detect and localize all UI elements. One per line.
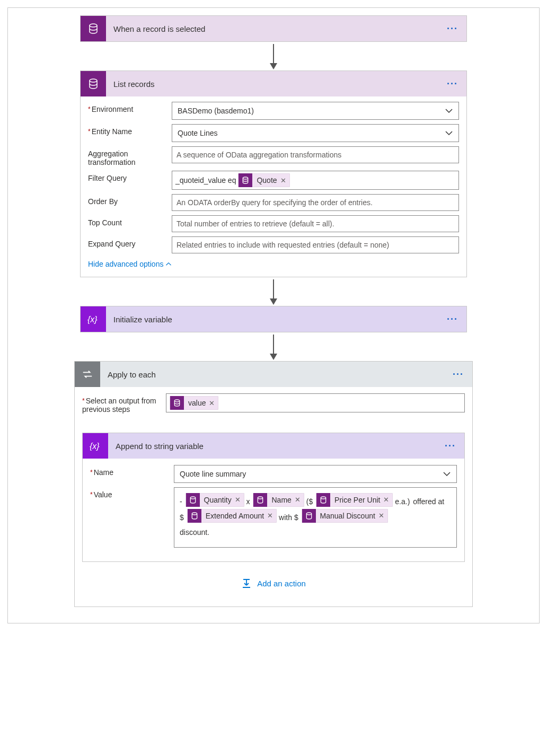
step-title: Append to string variable [108,442,436,451]
connector-arrow [80,277,467,306]
label-environment: Environment [88,102,172,113]
more-button[interactable]: ··· [436,443,464,449]
database-icon [81,16,106,41]
aggregation-input[interactable]: A sequence of OData aggregation transfor… [172,146,459,163]
label-value: Value [90,487,174,499]
remove-token-icon[interactable]: ✕ [295,493,301,507]
token-extended-amount[interactable]: Extended Amount✕ [187,509,277,523]
more-button[interactable]: ··· [444,371,472,377]
step-title: Initialize variable [106,315,438,324]
token-price-per-unit[interactable]: Price Per Unit✕ [316,493,393,507]
label-top-count: Top Count [88,215,172,227]
add-action-icon [241,578,252,588]
database-icon [186,493,200,507]
label-filter-query: Filter Query [88,171,172,182]
token-quote[interactable]: Quote ✕ [238,173,289,187]
svg-point-2 [243,177,248,179]
database-icon [81,71,106,96]
step-list-records[interactable]: List records ··· Environment BASDemo (ba… [80,71,467,277]
loop-icon [75,362,100,387]
step-apply-to-each[interactable]: Apply to each ··· Select an output from … [74,361,473,607]
svg-point-1 [90,79,97,82]
select-output-input[interactable]: value ✕ [166,393,465,412]
value-input[interactable]: - Quantity✕ x Name✕ ($ Price Per Unit✕ e… [174,487,457,548]
step-title: Apply to each [100,370,444,379]
svg-point-7 [258,497,263,499]
chevron-up-icon [165,261,172,267]
svg-point-4 [174,400,179,402]
connector-arrow [80,42,467,71]
step-title: When a record is selected [106,24,438,33]
top-count-input[interactable]: Total number of entries to retrieve (def… [172,215,459,232]
variable-icon: {x} [83,433,108,459]
remove-token-icon[interactable]: ✕ [280,177,286,184]
more-button[interactable]: ··· [438,316,466,322]
more-button[interactable]: ··· [438,81,466,87]
svg-text:{x}: {x} [87,315,98,324]
database-icon [170,396,184,410]
label-aggregation: Aggregation transformation [88,146,172,166]
label-order-by: Order By [88,194,172,206]
svg-text:{x}: {x} [90,442,100,451]
connector-arrow [80,332,467,361]
svg-point-9 [192,513,197,515]
label-select-output: Select an output from previous steps [82,393,166,414]
remove-token-icon[interactable]: ✕ [235,493,241,507]
token-name[interactable]: Name✕ [253,493,304,507]
database-icon [302,509,316,523]
svg-point-10 [306,513,311,515]
order-by-input[interactable]: An ODATA orderBy query for specifying th… [172,194,459,211]
chevron-down-icon [445,107,453,115]
chevron-down-icon [445,129,453,137]
token-quantity[interactable]: Quantity✕ [186,493,244,507]
svg-point-0 [90,24,97,27]
label-name: Name [90,465,174,477]
more-button[interactable]: ··· [438,25,466,32]
add-action-button[interactable]: Add an action [241,578,306,588]
entity-name-dropdown[interactable]: Quote Lines [172,124,459,142]
step-append-string-variable[interactable]: {x} Append to string variable ··· Name Q… [82,433,465,562]
remove-token-icon[interactable]: ✕ [209,399,215,407]
svg-point-6 [190,497,195,499]
variable-icon: {x} [81,306,106,332]
hide-advanced-link[interactable]: Hide advanced options [88,258,172,269]
label-expand-query: Expand Query [88,236,172,248]
database-icon [239,173,252,187]
step-when-record-selected[interactable]: When a record is selected ··· [80,15,467,42]
filter-query-input[interactable]: _quoteid_value eq Quote ✕ [172,171,459,190]
token-value[interactable]: value ✕ [170,396,218,410]
step-title: List records [106,80,438,89]
remove-token-icon[interactable]: ✕ [383,493,389,507]
label-entity-name: Entity Name [88,124,172,136]
database-icon [316,493,330,507]
expand-query-input[interactable]: Related entries to include with requeste… [172,236,459,253]
variable-name-dropdown[interactable]: Quote line summary [174,465,457,483]
environment-dropdown[interactable]: BASDemo (basdemo1) [172,102,459,120]
token-manual-discount[interactable]: Manual Discount✕ [302,509,388,523]
remove-token-icon[interactable]: ✕ [267,509,273,523]
remove-token-icon[interactable]: ✕ [378,509,384,523]
database-icon [188,509,201,523]
database-icon [253,493,267,507]
step-initialize-variable[interactable]: {x} Initialize variable ··· [80,306,467,332]
svg-point-8 [321,497,325,499]
chevron-down-icon [443,470,451,478]
